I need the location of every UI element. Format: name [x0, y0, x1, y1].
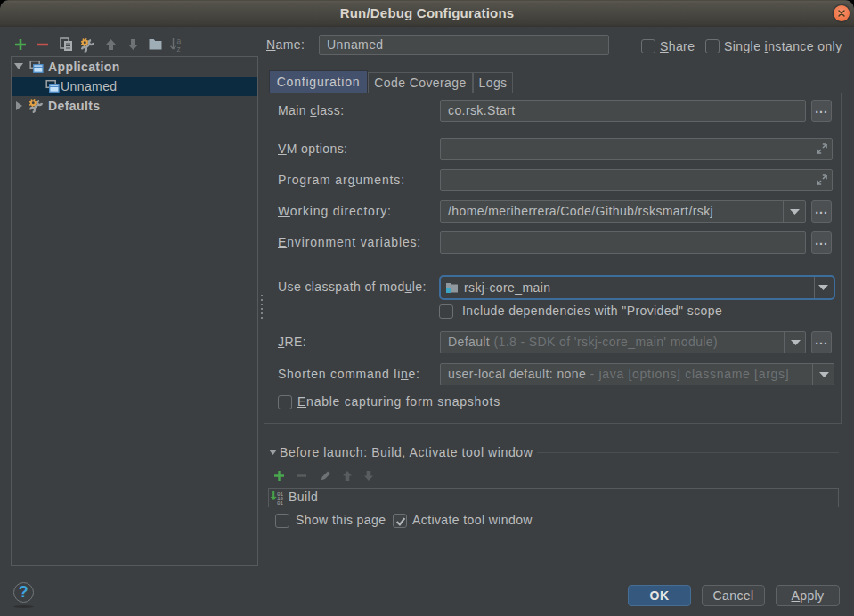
svg-text:01: 01: [277, 500, 284, 505]
svg-text:z: z: [177, 45, 182, 53]
